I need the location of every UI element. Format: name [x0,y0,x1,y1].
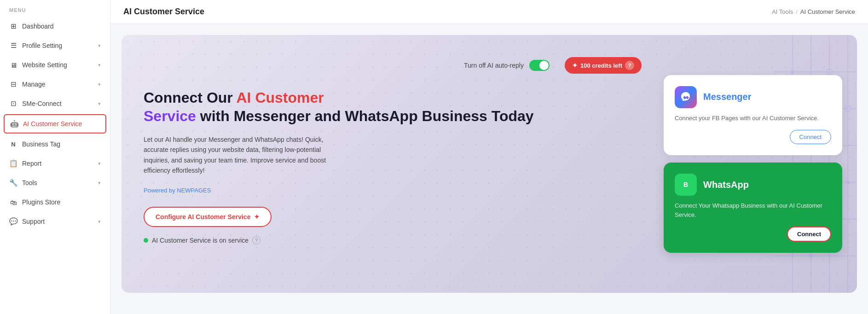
messenger-card: Messenger Connect your FB Pages with our… [664,75,842,156]
sidebar-item-label: Dashboard [22,23,54,30]
credits-button[interactable]: ✦ 100 credits left ? [565,57,642,74]
toggle-label: Turn off AI auto-reply [464,62,524,69]
headline-part2: with Messenger and WhatsApp Business Tod… [196,108,534,124]
sme-connect-icon: ⊡ [9,99,17,108]
sidebar-item-manage[interactable]: ⊟ Manage ▾ [0,75,110,94]
headline-part1: Connect Our [144,89,236,106]
sidebar-item-sme-connect[interactable]: ⊡ SMe-Connect ▾ [0,94,110,113]
sidebar-item-label: Website Setting [22,61,67,69]
hero-left-section: Turn off AI auto-reply ✦ 100 credits lef… [122,35,664,293]
configure-btn-label: Configure AI Customer Service [156,213,250,221]
whatsapp-card: B WhatsApp Connect Your Whatsapp Busines… [664,163,842,253]
sidebar-item-profile-setting[interactable]: ☰ Profile Setting ▾ [0,36,110,55]
configure-ai-button[interactable]: Configure AI Customer Service ✦ [144,207,272,227]
sidebar-item-support[interactable]: 💬 Support ▾ [0,212,110,231]
messenger-card-title: Messenger [703,92,752,102]
whatsapp-card-desc: Connect Your Whatsapp Business with our … [675,201,831,219]
sidebar-item-ai-customer-service[interactable]: 🤖 AI Customer Service [4,114,106,134]
hero-banner: Turn off AI auto-reply ✦ 100 credits lef… [122,35,857,293]
hero-headline: Connect Our AI Customer Service with Mes… [144,88,642,125]
sidebar-item-label: Plugins Store [22,198,60,206]
website-setting-icon: 🖥 [9,61,17,69]
content-area: Turn off AI auto-reply ✦ 100 credits lef… [110,24,868,314]
sidebar-item-business-tag[interactable]: N Business Tag [0,134,110,154]
plugins-store-icon: 🛍 [9,198,17,206]
ai-customer-service-icon: 🤖 [10,120,18,128]
credits-help-icon[interactable]: ? [625,61,634,70]
whatsapp-card-icon: B [675,174,697,196]
sidebar-item-label: Profile Setting [22,42,62,49]
chevron-down-icon: ▾ [98,43,101,49]
sidebar: MENU ⊞ Dashboard ☰ Profile Setting ▾ 🖥 W… [0,0,110,314]
messenger-connect-button[interactable]: Connect [790,130,831,144]
chevron-down-icon: ▾ [98,219,101,225]
page-title: AI Customer Service [123,7,204,17]
sidebar-item-dashboard[interactable]: ⊞ Dashboard [0,17,110,36]
headline-red: AI Customer [236,89,324,106]
whatsapp-card-header: B WhatsApp [675,174,831,196]
topbar: AI Customer Service AI Tools / AI Custom… [110,0,868,24]
sidebar-item-website-setting[interactable]: 🖥 Website Setting ▾ [0,55,110,75]
headline-purple: Service [144,108,196,124]
credits-star-icon: ✦ [572,62,578,69]
hero-right-section: Messenger Connect your FB Pages with our… [664,35,857,293]
chevron-down-icon: ▾ [98,62,101,68]
credits-label: 100 credits left [580,62,622,69]
service-status-row: AI Customer Service is on service ? [144,236,642,244]
menu-label: MENU [0,0,110,17]
sidebar-item-plugins-store[interactable]: 🛍 Plugins Store [0,192,110,212]
sidebar-item-label: Business Tag [22,140,60,148]
profile-setting-icon: ☰ [9,41,17,50]
svg-text:B: B [683,181,688,188]
breadcrumb-parent[interactable]: AI Tools [772,8,793,15]
breadcrumb-current: AI Customer Service [800,8,855,15]
sidebar-item-label: AI Customer Service [23,120,82,128]
chevron-down-icon: ▾ [98,81,101,87]
support-icon: 💬 [9,217,17,226]
whatsapp-card-title: WhatsApp [703,180,749,190]
sidebar-item-tools[interactable]: 🔧 Tools ▾ [0,173,110,192]
sidebar-item-label: SMe-Connect [22,100,62,107]
tools-icon: 🔧 [9,179,17,187]
sidebar-item-label: Tools [22,179,37,186]
sidebar-item-label: Support [22,218,45,225]
business-tag-icon: N [9,140,17,148]
sidebar-item-label: Report [22,160,41,167]
dashboard-icon: ⊞ [9,22,17,30]
hero-description: Let our AI handle your Messenger and Wha… [144,134,337,176]
sidebar-item-label: Manage [22,81,46,88]
manage-icon: ⊟ [9,80,17,88]
chevron-down-icon: ▾ [98,101,101,107]
powered-by-link[interactable]: Powered by NEWPAGES [144,187,642,194]
status-help-icon[interactable]: ? [252,236,260,244]
status-dot-icon [144,238,148,243]
hero-toggle-row: Turn off AI auto-reply ✦ 100 credits lef… [144,57,642,74]
chevron-down-icon: ▾ [98,180,101,186]
ai-auto-reply-toggle[interactable] [529,60,550,71]
messenger-card-desc: Connect your FB Pages with our AI Custom… [675,114,831,123]
main-content: AI Customer Service AI Tools / AI Custom… [110,0,868,314]
whatsapp-connect-button[interactable]: Connect [787,227,831,242]
messenger-card-header: Messenger [675,86,831,108]
breadcrumb-separator: / [796,8,798,15]
status-text: AI Customer Service is on service [152,237,249,244]
messenger-card-icon [675,86,697,108]
sidebar-item-report[interactable]: 📋 Report ▾ [0,154,110,173]
chevron-down-icon: ▾ [98,161,101,167]
breadcrumb: AI Tools / AI Customer Service [772,8,855,15]
report-icon: 📋 [9,159,17,168]
configure-star-icon: ✦ [254,213,260,221]
